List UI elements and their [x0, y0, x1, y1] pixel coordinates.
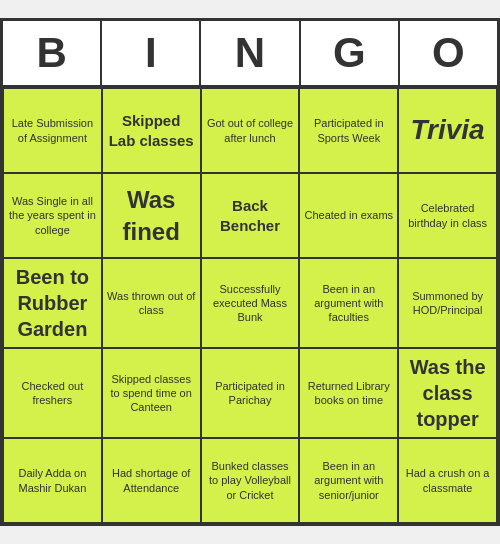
bingo-cell[interactable]: Been in an argument with faculties: [299, 258, 398, 348]
header-letter: G: [301, 21, 400, 85]
bingo-cell[interactable]: Celebrated birthday in class: [398, 173, 497, 258]
bingo-cell[interactable]: Was the class topper: [398, 348, 497, 438]
bingo-cell[interactable]: Had shortage of Attendance: [102, 438, 201, 523]
bingo-grid: Late Submission of AssignmentSkipped Lab…: [3, 88, 497, 523]
header-letter: I: [102, 21, 201, 85]
bingo-cell[interactable]: Successfully executed Mass Bunk: [201, 258, 300, 348]
bingo-cell[interactable]: Was fined: [102, 173, 201, 258]
bingo-cell[interactable]: Participated in Sports Week: [299, 88, 398, 173]
bingo-cell[interactable]: Summoned by HOD/Principal: [398, 258, 497, 348]
bingo-cell[interactable]: Late Submission of Assignment: [3, 88, 102, 173]
bingo-cell[interactable]: Bunked classes to play Volleyball or Cri…: [201, 438, 300, 523]
bingo-cell[interactable]: Was Single in all the years spent in col…: [3, 173, 102, 258]
bingo-cell[interactable]: Had a crush on a classmate: [398, 438, 497, 523]
bingo-cell[interactable]: Was thrown out of class: [102, 258, 201, 348]
bingo-cell[interactable]: Got out of college after lunch: [201, 88, 300, 173]
bingo-header: BINGO: [3, 21, 497, 88]
header-letter: B: [3, 21, 102, 85]
bingo-cell[interactable]: Back Bencher: [201, 173, 300, 258]
bingo-cell[interactable]: Skipped Lab classes: [102, 88, 201, 173]
bingo-card: BINGO Late Submission of AssignmentSkipp…: [0, 18, 500, 526]
bingo-cell[interactable]: Skipped classes to spend time on Canteen: [102, 348, 201, 438]
bingo-cell[interactable]: Daily Adda on Mashir Dukan: [3, 438, 102, 523]
bingo-cell[interactable]: Returned Library books on time: [299, 348, 398, 438]
bingo-cell[interactable]: Participated in Parichay: [201, 348, 300, 438]
header-letter: N: [201, 21, 300, 85]
bingo-cell[interactable]: Been in an argument with senior/junior: [299, 438, 398, 523]
header-letter: O: [400, 21, 497, 85]
bingo-cell[interactable]: Checked out freshers: [3, 348, 102, 438]
bingo-cell[interactable]: Trivia: [398, 88, 497, 173]
bingo-cell[interactable]: Been to Rubber Garden: [3, 258, 102, 348]
bingo-cell[interactable]: Cheated in exams: [299, 173, 398, 258]
